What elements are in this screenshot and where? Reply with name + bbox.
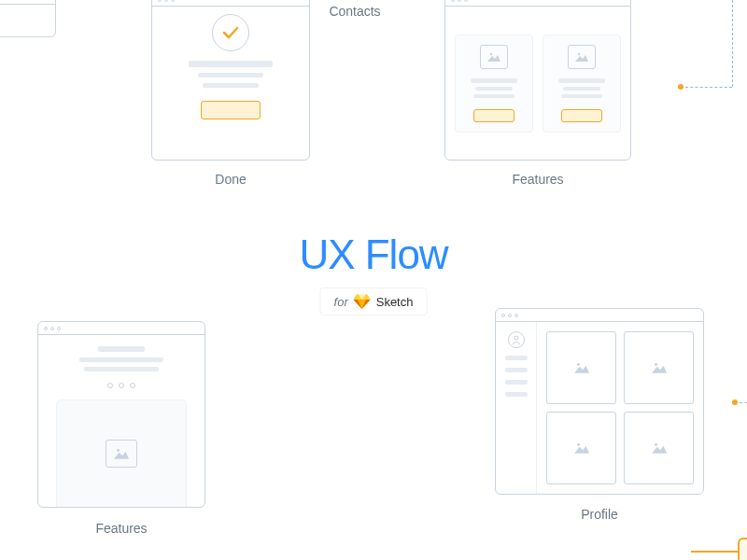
- card-button: [473, 109, 514, 122]
- badge-for-text: for: [334, 295, 348, 309]
- flow-connector-line: [740, 402, 747, 403]
- primary-button: [201, 101, 261, 119]
- flow-connector-dot: [678, 84, 684, 90]
- wireframe-partial-top-left: [0, 0, 56, 37]
- image-icon: [487, 51, 500, 63]
- avatar-icon: [508, 331, 525, 348]
- image-icon: [652, 441, 667, 455]
- main-title: UX Flow: [299, 231, 447, 278]
- wireframe-features-top: [444, 0, 631, 161]
- image-icon: [574, 361, 589, 374]
- gallery-item: [546, 412, 616, 484]
- flow-connector-line: [685, 87, 732, 88]
- svg-point-6: [577, 443, 580, 446]
- svg-point-1: [578, 52, 581, 55]
- wireframe-features-bottom: [37, 321, 205, 508]
- image-icon: [114, 447, 129, 460]
- gallery-item: [624, 331, 694, 404]
- gallery-item: [546, 331, 616, 404]
- success-circle: [212, 14, 249, 51]
- svg-point-5: [655, 363, 657, 366]
- label-features-top: Features: [444, 172, 631, 187]
- gallery-item: [624, 412, 694, 484]
- image-placeholder: [480, 45, 508, 69]
- svg-point-3: [514, 336, 518, 340]
- flow-connector-dot: [732, 399, 738, 405]
- svg-point-0: [490, 52, 493, 55]
- image-placeholder: [568, 45, 596, 69]
- image-icon: [652, 361, 667, 374]
- sketch-icon: [354, 294, 371, 309]
- card-button: [561, 109, 602, 122]
- label-contacts: Contacts: [299, 4, 411, 19]
- check-icon: [222, 26, 239, 39]
- wireframe-done: [151, 0, 310, 161]
- svg-point-2: [117, 449, 120, 452]
- user-icon: [512, 335, 521, 344]
- image-placeholder: [106, 440, 137, 468]
- label-done: Done: [151, 172, 310, 187]
- label-profile: Profile: [495, 507, 704, 522]
- svg-point-7: [655, 443, 657, 446]
- badge-app-name: Sketch: [376, 295, 414, 309]
- flow-connector-line: [732, 0, 733, 87]
- svg-point-4: [577, 363, 580, 366]
- wireframe-profile: [495, 308, 704, 495]
- flow-node-orange: [738, 538, 747, 560]
- image-icon: [575, 51, 588, 63]
- label-features-bottom: Features: [37, 521, 205, 536]
- app-badge: for Sketch: [320, 287, 428, 315]
- image-icon: [574, 441, 589, 455]
